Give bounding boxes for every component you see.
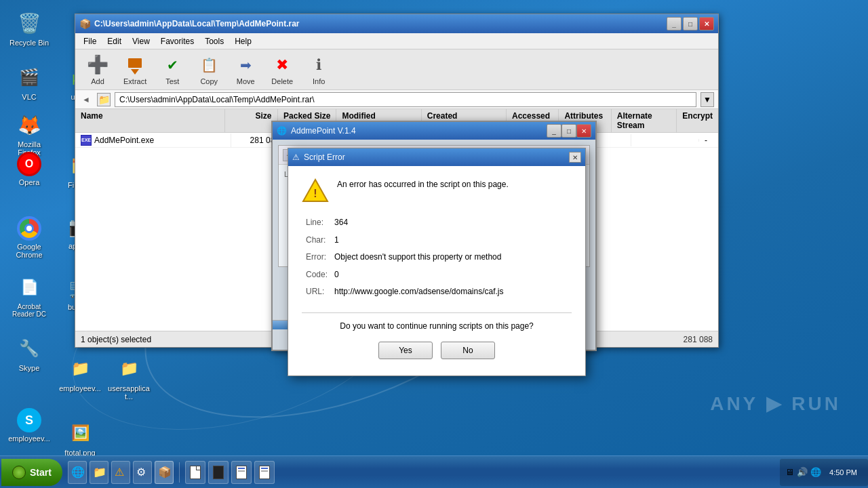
menu-edit[interactable]: Edit (102, 35, 127, 47)
toolbar-move-button[interactable]: ➡ Move (229, 51, 262, 89)
taskbar-task-1[interactable] (185, 461, 205, 484)
menu-view[interactable]: View (127, 35, 155, 47)
menu-tools[interactable]: Tools (199, 35, 229, 47)
copy-icon: 📋 (198, 54, 220, 76)
file-name: EXE AddMePoint.exe (75, 134, 231, 147)
col-alternate-stream: Alternate Stream (612, 109, 677, 132)
start-label: Start (30, 467, 52, 478)
winrar-title-text: C:\Users\admin\AppData\Local\Temp\AddMeP… (94, 19, 667, 28)
taskbar-explorer-quick[interactable]: 📁 (90, 461, 108, 484)
toolbar-info-button[interactable]: ℹ Info (302, 51, 336, 89)
employeev-label: employeev... (59, 384, 101, 392)
col-size: Size (225, 109, 277, 132)
script-error-content: ! An error has occurred in the script on… (288, 166, 585, 375)
minimize-button[interactable]: _ (667, 17, 682, 30)
line-value: 364 (332, 215, 506, 231)
winrar-menubar: File Edit View Favorites Tools Help (75, 33, 718, 49)
taskbar-explorer-quick-icon: 📁 (93, 466, 106, 479)
nav-back-icon[interactable]: ◄ (79, 93, 93, 106)
script-error-close-icon[interactable]: ✕ (569, 152, 581, 163)
error-value: Object doesn't support this property or … (332, 249, 506, 266)
desktop-icon-ccleaner[interactable]: 🔧 Skype (5, 332, 53, 375)
info-label: Info (313, 77, 325, 85)
desktop-icon-ftotal[interactable]: 🖼️ ftotal.png (56, 417, 104, 455)
test-icon: ✔ (161, 54, 183, 76)
system-tray: 🖥 🔊 🌐 4:50 PM (780, 459, 868, 486)
desktop-icon-vlc[interactable]: 🎬 VLC (5, 61, 53, 104)
taskbar-file-icon-4 (259, 466, 270, 479)
status-size: 281 088 (684, 335, 713, 344)
menu-favorites[interactable]: Favorites (155, 35, 199, 47)
desktop-icon-recycle-bin[interactable]: 🗑️ Recycle Bin (5, 7, 53, 49)
winrar-toolbar: ➕ Add Extract ✔ Test 📋 Copy (75, 49, 718, 90)
acrobat-label: Acrobat Reader DC (8, 303, 50, 318)
desktop-icon-employeev[interactable]: 📁 employeev... (56, 352, 104, 395)
move-label: Move (237, 77, 255, 85)
delete-label: Delete (271, 77, 293, 85)
taskbar-winrar-icon: 📦 (158, 466, 172, 479)
clock-display: 4:50 PM (824, 468, 863, 476)
close-button[interactable]: ✕ (699, 17, 714, 30)
addmepoint-icon: 🌐 (277, 126, 287, 136)
char-label: Char: (303, 232, 330, 249)
clock-time: 4:50 PM (829, 468, 857, 476)
toolbar-copy-button[interactable]: 📋 Copy (192, 51, 226, 89)
taskbar-task-2[interactable] (208, 461, 229, 484)
toolbar-extract-button[interactable]: Extract (117, 51, 153, 89)
script-error-buttons: Yes No (302, 342, 572, 365)
move-icon: ➡ (235, 54, 256, 76)
skype-icon: S (17, 408, 41, 432)
scroll-thumb (85, 338, 139, 346)
desktop-icon-opera[interactable]: O Opera (5, 149, 53, 189)
usersapp-label: usersapplicat... (108, 384, 150, 401)
taskbar-warn-quick[interactable]: ⚠ (111, 461, 130, 484)
svg-rect-0 (128, 58, 142, 68)
addmepoint-titlebar: 🌐 AddmePoint V.1.4 _ □ ✕ (273, 122, 595, 140)
vlc-label: VLC (22, 93, 36, 101)
address-dropdown-button[interactable]: ▼ (701, 92, 714, 107)
maximize-button[interactable]: □ (683, 17, 698, 30)
taskbar-task-3[interactable] (231, 461, 252, 484)
winrar-titlebar: 📦 C:\Users\admin\AppData\Local\Temp\AddM… (75, 14, 718, 33)
winrar-title-icon: 📦 (79, 18, 90, 29)
desktop-icon-acrobat[interactable]: 📄 Acrobat Reader DC (5, 271, 53, 321)
exe-icon: EXE (81, 135, 92, 146)
recycle-bin-label: Recycle Bin (9, 39, 49, 47)
toolbar-test-button[interactable]: ✔ Test (155, 51, 189, 89)
taskbar-file-icon-3 (236, 466, 247, 479)
no-button[interactable]: No (441, 342, 495, 359)
taskbar-winrar-item[interactable]: 📦 (155, 461, 174, 484)
start-button[interactable]: Start (1, 459, 62, 486)
taskbar-chrome-quick[interactable]: ⚙ (133, 461, 152, 484)
addme-minimize[interactable]: _ (547, 124, 561, 138)
script-error-title-text: Script Error (304, 152, 345, 162)
menu-file[interactable]: File (78, 35, 102, 47)
opera-label: Opera (19, 178, 40, 186)
addme-maximize[interactable]: □ (561, 124, 576, 138)
desktop-icon-chrome[interactable]: Google Chrome (5, 214, 53, 262)
toolbar-delete-button[interactable]: ✖ Delete (265, 51, 299, 89)
desktop-icon-skype[interactable]: S employeev... (5, 405, 53, 445)
file-altstream (631, 139, 699, 142)
skype-label: employeev... (8, 434, 50, 443)
test-label: Test (165, 77, 179, 85)
toolbar-add-button[interactable]: ➕ Add (81, 51, 115, 89)
taskbar-task-4[interactable] (254, 461, 275, 484)
yes-button[interactable]: Yes (378, 342, 433, 359)
menu-help[interactable]: Help (229, 35, 257, 47)
addme-close[interactable]: ✕ (576, 124, 591, 138)
url-label: URL: (303, 284, 330, 300)
anyrun-watermark: ANY ▶ RUN (710, 392, 841, 415)
script-error-divider (302, 312, 572, 313)
address-input[interactable] (115, 92, 696, 107)
desktop-icon-usersapp[interactable]: 📁 usersapplicat... (105, 352, 153, 403)
ccleaner-label: Skype (19, 364, 40, 372)
copy-label: Copy (200, 77, 218, 85)
taskbar-file-icon-1 (190, 466, 201, 479)
winrar-window-controls: _ □ ✕ (667, 17, 714, 30)
taskbar-ie-quick[interactable]: 🌐 (68, 461, 87, 484)
col-encrypt: Encrypt (677, 109, 718, 132)
file-encrypt: - (699, 134, 713, 146)
script-error-title-icon: ⚠ (292, 152, 300, 162)
svg-marker-1 (131, 69, 139, 75)
